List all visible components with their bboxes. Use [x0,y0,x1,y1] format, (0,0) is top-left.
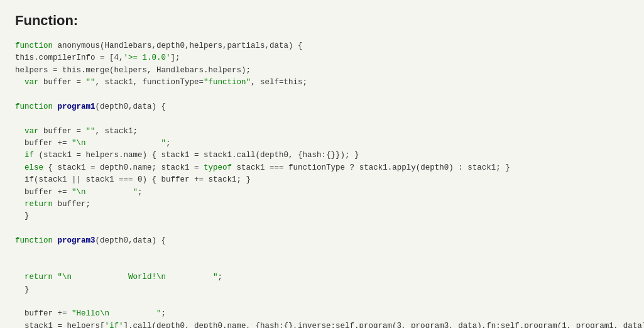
page-title: Function: [15,13,629,29]
code-display: function anonymous(Handlebars,depth0,hel… [15,40,629,328]
